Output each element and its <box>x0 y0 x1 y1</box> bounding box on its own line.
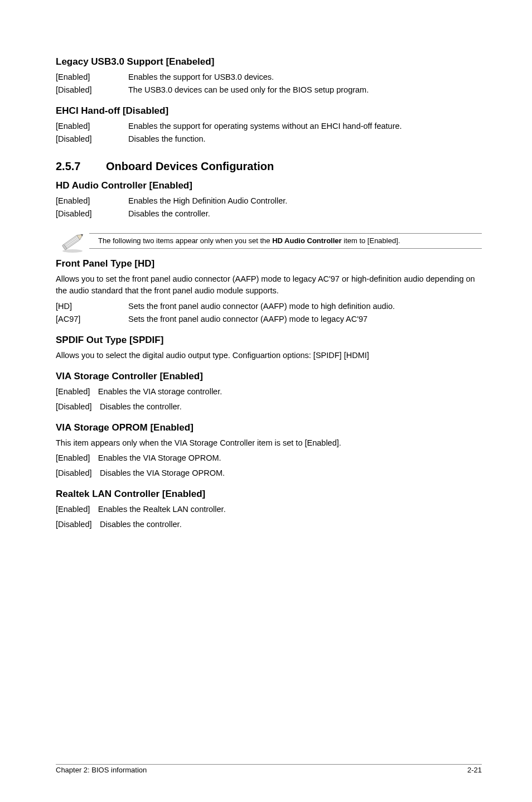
front-panel-intro: Allows you to set the front panel audio … <box>56 273 482 297</box>
value-enabled: Enables the support for USB3.0 devices. <box>128 71 482 83</box>
label-disabled: [Disabled] <box>56 208 128 220</box>
note-text: The following two items appear only when… <box>89 234 482 248</box>
value-ac97: Sets the front panel audio connector (AA… <box>128 313 482 325</box>
note-box: The following two items appear only when… <box>56 229 482 253</box>
realtek-disabled: [Disabled] Disables the controller. <box>56 519 482 530</box>
label-hd: [HD] <box>56 301 128 312</box>
footer-left: Chapter 2: BIOS information <box>56 766 147 774</box>
note-pre: The following two items appear only when… <box>98 236 272 245</box>
value-enabled: Enables the support for operating system… <box>128 120 482 132</box>
heading-legacy-usb3: Legacy USB3.0 Support [Enabeled] <box>56 56 482 68</box>
row-hd: [HD] Sets the front panel audio connecto… <box>56 301 482 312</box>
page-footer: Chapter 2: BIOS information 2-21 <box>56 764 482 774</box>
heading-ehci: EHCI Hand-off [Disabled] <box>56 105 482 117</box>
value-enabled: Enables the High Definition Audio Contro… <box>128 195 482 207</box>
pencil-icon <box>56 229 89 253</box>
heading-via-storage: VIA Storage Controller [Enabled] <box>56 370 482 383</box>
row-ac97: [AC97] Sets the front panel audio connec… <box>56 313 482 325</box>
row-disabled: [Disabled] Disables the controller. <box>56 208 482 220</box>
realtek-enabled: [Enabled] Enables the Realtek LAN contro… <box>56 504 482 515</box>
footer-right: 2-21 <box>467 766 482 774</box>
note-post: item to [Enabled]. <box>342 236 400 245</box>
row-disabled: [Disabled] The USB3.0 devices can be use… <box>56 84 482 96</box>
row-enabled: [Enabled] Enables the High Definition Au… <box>56 195 482 207</box>
heading-realtek: Realtek LAN Controller [Enabled] <box>56 488 482 500</box>
row-disabled: [Disabled] Disables the function. <box>56 133 482 145</box>
value-disabled: Disables the controller. <box>128 208 482 220</box>
heading-spdif: SPDIF Out Type [SPDIF] <box>56 334 482 346</box>
note-bold: HD Audio Controller <box>272 236 341 245</box>
section-heading: 2.5.7Onboard Devices Configuration <box>56 160 482 173</box>
value-disabled: The USB3.0 devices can be used only for … <box>128 84 482 96</box>
value-hd: Sets the front panel audio connector (AA… <box>128 301 482 312</box>
via-oprom-intro: This item appears only when the VIA Stor… <box>56 437 482 449</box>
label-disabled: [Disabled] <box>56 133 128 145</box>
label-ac97: [AC97] <box>56 313 128 325</box>
row-enabled: [Enabled] Enables the support for operat… <box>56 120 482 132</box>
via-storage-enabled: [Enabled] Enables the VIA storage contro… <box>56 386 482 398</box>
row-enabled: [Enabled] Enables the support for USB3.0… <box>56 71 482 83</box>
spdif-body: Allows you to select the digital audio o… <box>56 350 482 361</box>
value-disabled: Disables the function. <box>128 133 482 145</box>
label-enabled: [Enabled] <box>56 71 128 83</box>
section-title: Onboard Devices Configuration <box>106 160 274 172</box>
heading-hd-audio: HD Audio Controller [Enabled] <box>56 180 482 192</box>
label-enabled: [Enabled] <box>56 195 128 207</box>
via-oprom-enabled: [Enabled] Enables the VIA Storage OPROM. <box>56 452 482 464</box>
heading-front-panel: Front Panel Type [HD] <box>56 258 482 270</box>
heading-via-oprom: VIA Storage OPROM [Enabled] <box>56 422 482 434</box>
section-number: 2.5.7 <box>56 160 106 173</box>
via-oprom-disabled: [Disabled] Disables the VIA Storage OPRO… <box>56 467 482 479</box>
via-storage-disabled: [Disabled] Disables the controller. <box>56 401 482 413</box>
label-disabled: [Disabled] <box>56 84 128 96</box>
label-enabled: [Enabled] <box>56 120 128 132</box>
